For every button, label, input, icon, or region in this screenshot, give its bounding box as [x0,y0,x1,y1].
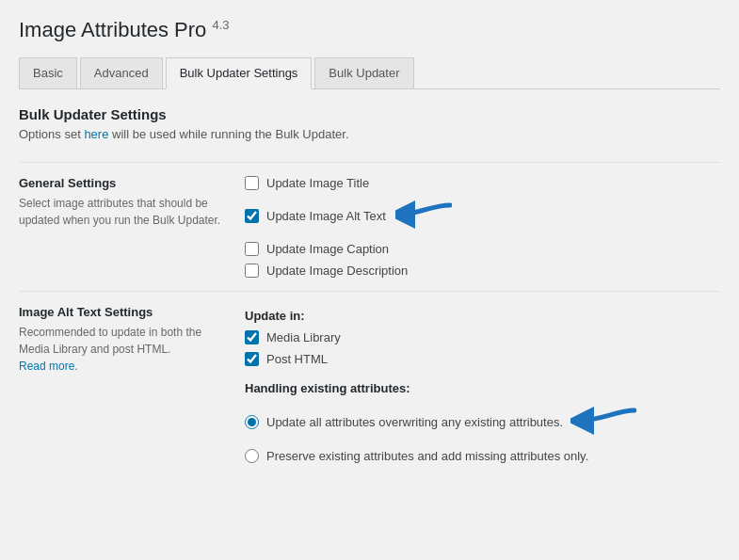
radio-row-overwrite: Update all attributes overwriting any ex… [245,403,720,441]
update-image-description-checkbox[interactable] [245,264,259,278]
update-image-alt-text-checkbox[interactable] [245,209,259,223]
main-wrapper: Image Attributes Pro 4.3 Basic Advanced … [0,0,739,510]
handling-section: Handling existing attributes: Update all… [245,381,720,463]
overwrite-label: Update all attributes overwriting any ex… [266,415,563,429]
checkbox-row-image-alt-text: Update Image Alt Text [245,198,720,234]
media-library-label: Media Library [266,330,341,344]
image-alt-text-settings-row: Image Alt Text Settings Recommended to u… [19,291,720,491]
general-settings-label: General Settings [19,176,226,190]
preserve-radio[interactable] [245,449,259,463]
update-in-label: Update in: [245,309,720,323]
checkbox-row-media-library: Media Library [245,330,720,344]
image-alt-text-label-col: Image Alt Text Settings Recommended to u… [19,305,245,375]
overwrite-radio[interactable] [245,415,259,429]
general-settings-row: General Settings Select image attributes… [19,162,720,291]
arrow-overwrite-icon [570,403,636,441]
update-image-caption-checkbox[interactable] [245,242,259,256]
update-in-section: Update in: Media Library Post HTML [245,309,720,366]
section-subtitle: Options set here will be used while runn… [19,127,720,141]
update-image-caption-label: Update Image Caption [266,242,389,256]
nav-tabs: Basic Advanced Bulk Updater Settings Bul… [19,57,720,89]
subtitle-link[interactable]: here [84,127,108,141]
update-image-alt-text-label: Update Image Alt Text [266,209,386,223]
image-alt-text-settings-label: Image Alt Text Settings [19,305,226,319]
checkbox-row-image-caption: Update Image Caption [245,242,720,256]
checkbox-row-image-title: Update Image Title [245,176,720,190]
preserve-label: Preserve existing attributes and add mis… [266,449,588,463]
tab-bulk-updater[interactable]: Bulk Updater [314,57,413,88]
radio-row-preserve: Preserve existing attributes and add mis… [245,449,720,463]
image-alt-text-settings-desc: Recommended to update in both the Media … [19,324,226,375]
tab-basic[interactable]: Basic [19,57,77,88]
page-title: Image Attributes Pro 4.3 [19,17,720,44]
read-more-link[interactable]: Read more. [19,360,78,373]
checkbox-row-post-html: Post HTML [245,352,720,366]
general-settings-controls: Update Image Title Update Image Alt Text [245,176,720,278]
handling-label: Handling existing attributes: [245,381,720,395]
update-image-title-checkbox[interactable] [245,176,259,190]
general-settings-label-col: General Settings Select image attributes… [19,176,245,229]
tab-bulk-updater-settings[interactable]: Bulk Updater Settings [166,57,313,89]
update-image-description-label: Update Image Description [266,264,408,278]
arrow-alt-text-icon [395,198,452,234]
post-html-checkbox[interactable] [245,352,259,366]
media-library-checkbox[interactable] [245,330,259,344]
update-image-title-label: Update Image Title [266,176,369,190]
image-alt-text-controls: Update in: Media Library Post HTML Handl… [245,305,720,478]
general-settings-desc: Select image attributes that should be u… [19,195,226,229]
content-area: Bulk Updater Settings Options set here w… [19,89,720,491]
checkbox-row-image-description: Update Image Description [245,264,720,278]
post-html-label: Post HTML [266,352,328,366]
section-heading: Bulk Updater Settings [19,106,720,122]
tab-advanced[interactable]: Advanced [80,57,163,88]
